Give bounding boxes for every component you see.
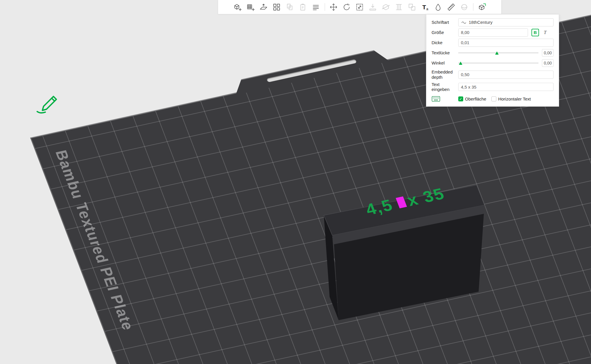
embedded-depth-label: Embedded depth [432,69,458,80]
text-input[interactable] [458,83,554,91]
angle-label: Winkel [432,60,458,65]
size-input[interactable] [458,28,528,37]
auto-orient-button[interactable] [258,2,269,12]
surface-checkbox-label: Oberfläche [465,96,486,101]
thickness-input[interactable] [458,39,554,47]
angle-value[interactable]: 0,00 [542,59,554,67]
support-paint-button[interactable] [394,2,404,12]
text-input-label: Text eingeben [432,82,458,92]
layers-button[interactable] [311,2,321,12]
app-window: Bambu Textured PEI Plate 4,5 x 35 [0,0,591,364]
angle-row: Winkel 0,00 [432,58,554,68]
scale-button[interactable] [355,2,365,12]
size-row: Größe B T [432,27,554,37]
embedded-depth-input[interactable] [458,71,554,79]
svg-text:T: T [422,3,426,10]
mesh-boolean-button[interactable] [407,2,417,12]
italic-button[interactable]: T [542,29,548,36]
text-tool-button[interactable]: T a [420,2,430,12]
rotate-button[interactable] [342,2,352,12]
text-gap-slider[interactable] [458,50,538,56]
angle-slider-track[interactable] [458,63,538,63]
surface-checkbox[interactable] [458,96,463,101]
thickness-label: Dicke [432,40,458,45]
copy-button[interactable] [285,2,295,12]
bold-button[interactable]: B [531,29,539,36]
text-gap-value[interactable]: 0,00 [542,49,554,57]
thickness-row: Dicke [432,37,554,48]
cut-button[interactable] [381,2,391,12]
assembly-view-button[interactable] [477,2,487,12]
toolbar: P T a [218,0,502,14]
color-paint-button[interactable] [433,2,443,12]
seam-button[interactable] [459,2,470,12]
horizontal-text-checkbox[interactable] [491,96,496,101]
font-select[interactable]: 18thCentury [458,18,554,26]
toolbar-separator [325,3,325,11]
font-row: Schriftart 18thCentury [432,17,554,27]
size-label: Größe [432,30,458,35]
svg-text:a: a [426,7,428,11]
paste-button[interactable]: P [298,2,308,12]
font-preview-icon [461,20,466,24]
flatten-button[interactable] [368,2,378,12]
arrange-button[interactable] [272,2,282,12]
add-object-button[interactable] [232,2,243,12]
keyboard-icon[interactable] [432,96,440,102]
text-input-row: Text eingeben [432,81,554,93]
move-button[interactable] [328,2,339,12]
text-gap-label: Textlücke [432,50,458,55]
options-row: Oberfläche Horizontaler Text [432,93,554,105]
text-tool-panel: Schriftart 18thCentury Größe B T Dicke T… [426,14,559,107]
toolbar-separator [473,3,473,11]
measure-button[interactable] [446,2,457,12]
text-gap-row: Textlücke 0,00 [432,48,554,58]
gap-slider-marker[interactable] [495,51,499,55]
add-plate-button[interactable] [245,2,256,12]
font-select-value: 18thCentury [469,20,493,25]
angle-slider-marker[interactable] [459,62,462,65]
angle-slider[interactable] [458,60,538,66]
svg-text:P: P [302,6,304,9]
embedded-depth-row: Embedded depth [432,68,554,81]
horizontal-text-checkbox-label: Horizontaler Text [498,96,531,101]
font-label: Schriftart [432,20,458,25]
